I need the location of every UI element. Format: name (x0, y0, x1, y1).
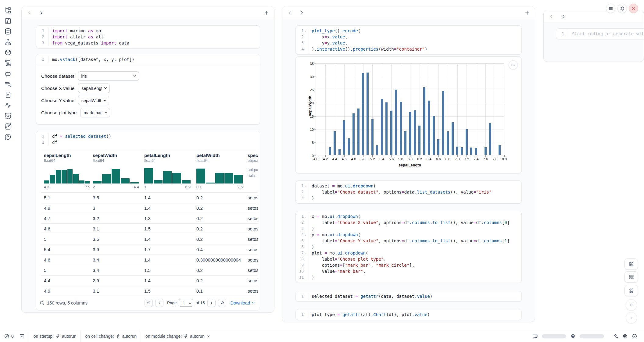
copilot-button[interactable] (622, 333, 628, 339)
table-row[interactable]: 4.73.21.30.2setosa (41, 213, 258, 223)
table-row[interactable]: 4.42.91.40.2setosa (41, 275, 258, 286)
code-line[interactable]: plot_type = getattr(alt.Chart(df), plot.… (312, 312, 521, 318)
column-header-sepalLength[interactable]: sepalLengthfloat644.37.9 (41, 153, 90, 192)
code-cell-vstack[interactable]: 1mo.vstack([dataset, x, y, plot]) Choose… (36, 54, 260, 125)
code-line[interactable]: label="Choose dataset", options=data.lis… (312, 189, 521, 195)
empty-code-cell[interactable]: 1 Start coding or generate with AI (556, 28, 644, 39)
code-line[interactable]: y = mo.ui.dropdown( (312, 232, 521, 238)
package-icon[interactable] (4, 49, 12, 56)
chevron-right-icon[interactable] (39, 10, 44, 16)
code-line[interactable]: plot_type().encode( (312, 28, 521, 34)
code-cell-plot-type[interactable]: 1plot_type = getattr(alt.Chart(df), plot… (295, 309, 522, 320)
chevron-left-icon[interactable] (287, 10, 292, 16)
code-line[interactable]: value="mark_bar", (312, 268, 521, 274)
dropdown-select[interactable]: sepalWidth (78, 96, 109, 105)
settings-button[interactable] (617, 4, 627, 13)
last-page-button[interactable] (218, 299, 226, 307)
tracing-activity-icon[interactable] (4, 102, 12, 109)
code-line[interactable]: ).interactive().properties(width="contai… (312, 46, 521, 52)
code-line[interactable]: import altair as alt (52, 34, 260, 40)
column-header-petalWidth[interactable]: petalWidthfloat640.12.5 (193, 153, 245, 192)
documentation-icon[interactable] (4, 91, 12, 98)
database-icon[interactable] (4, 28, 12, 35)
code-line[interactable]: x = mo.ui.dropdown( (312, 213, 521, 219)
code-line[interactable]: label="Choose Y value", options=df.colum… (312, 238, 521, 244)
dropdown-choose-plot-type[interactable]: mark_bar (80, 108, 110, 117)
code-line[interactable]: label="Choose plot type", (312, 256, 521, 262)
dropdown-select[interactable]: iris (78, 71, 139, 81)
table-row[interactable]: 4.63.11.50.2setosa (41, 223, 258, 234)
code-line[interactable]: df (52, 139, 260, 145)
table-row[interactable]: 4.93.11.50.1setosa (41, 286, 258, 296)
snippets-code-icon[interactable] (4, 112, 12, 119)
code-line[interactable]: ) (312, 274, 521, 280)
column-header-species[interactable]: speciesobjectuniquenulls: (245, 153, 258, 192)
code-line[interactable]: label="Choose X value", options=df.colum… (312, 219, 521, 226)
page-number-select[interactable]: 1 (179, 299, 193, 307)
code-cell-imports[interactable]: 123import marimo as moimport altair as a… (36, 25, 260, 48)
function-square-icon[interactable] (4, 17, 12, 25)
code-cell-xy-dropdowns[interactable]: 1⌄234⌄567⌄891011x = mo.ui.dropdown( labe… (295, 211, 522, 283)
autorun-setting-3[interactable]: on module change:autorun (141, 334, 215, 339)
file-tree-icon[interactable] (4, 7, 12, 14)
dropdown-choose-x-value[interactable]: sepalLength (78, 84, 110, 93)
column-header-petalLength[interactable]: petalLengthfloat6416.9 (141, 153, 193, 192)
code-line[interactable]: x=x.value, (312, 34, 521, 40)
table-row[interactable]: 4.931.40.2setosa (41, 203, 258, 213)
table-row[interactable]: 5.43.91.70.4setosa (41, 244, 258, 255)
chevron-right-icon[interactable] (299, 10, 305, 16)
code-line[interactable]: ) (312, 244, 521, 250)
code-cell-plot[interactable]: 1⌄234plot_type().encode( x=x.value, y=y.… (295, 25, 522, 55)
first-page-button[interactable] (145, 299, 153, 307)
dropdown-choose-y-value[interactable]: sepalWidth (78, 96, 109, 105)
table-row[interactable]: 5.13.51.40.2setosa (41, 192, 258, 203)
app-layout-button[interactable] (624, 271, 638, 283)
code-line[interactable]: y=y.value, (312, 40, 521, 46)
next-page-button[interactable] (207, 299, 216, 307)
generate-with-ai-link[interactable]: generate (613, 31, 634, 36)
ai-assist-button[interactable] (613, 333, 618, 339)
save-button[interactable] (624, 258, 638, 270)
logs-scroll-icon[interactable] (4, 59, 12, 67)
code-cell-selected-dataset[interactable]: 1selected_dataset = getattr(data, datase… (295, 291, 522, 302)
code-line[interactable]: mo.vstack([dataset, x, y, plot]) (52, 56, 260, 62)
dependency-graph-icon[interactable] (4, 38, 12, 46)
code-line[interactable]: import marimo as mo (52, 28, 260, 34)
dropdown-select[interactable]: sepalLength (78, 84, 110, 93)
page-select[interactable]: 1 (179, 299, 193, 307)
code-cell-dataset-dropdown[interactable]: 1⌄23dataset = mo.ui.dropdown( label="Cho… (295, 180, 522, 204)
code-line[interactable]: plot = mo.ui.dropdown( (312, 250, 521, 256)
chart-actions-menu[interactable]: ••• (509, 60, 518, 69)
search-icon[interactable] (39, 300, 45, 305)
dropdown-choose-dataset[interactable]: iris (78, 71, 139, 81)
command-palette-button[interactable] (624, 285, 638, 296)
code-line[interactable]: ) (312, 226, 521, 232)
prev-page-button[interactable] (155, 299, 163, 307)
chevron-left-icon[interactable] (27, 10, 32, 16)
code-line[interactable]: ) (312, 195, 521, 201)
scratchpad-search-icon[interactable] (4, 80, 12, 88)
code-line[interactable]: from vega_datasets import data (52, 40, 260, 46)
code-line[interactable]: options=["mark_bar", "mark_circle"], (312, 262, 521, 268)
terminal-button[interactable] (19, 333, 25, 339)
column-header-sepalWidth[interactable]: sepalWidthfloat6424.4 (90, 153, 141, 192)
table-row[interactable]: 53.41.50.2setosa (41, 265, 258, 275)
errors-button[interactable] (4, 333, 9, 339)
code-line[interactable]: df = selected_dataset() (52, 133, 260, 139)
notebook-menu-button[interactable] (606, 4, 615, 13)
shutdown-button[interactable] (629, 4, 638, 13)
connection-status-button[interactable] (632, 333, 637, 339)
table-row[interactable]: 4.63.41.40.3000000000000004setosa (41, 255, 258, 265)
chevron-right-icon[interactable] (561, 14, 566, 19)
table-row[interactable]: 53.61.40.2setosa (41, 234, 258, 244)
download-button[interactable]: Download (231, 301, 256, 305)
code-cell-df[interactable]: 12df = selected_dataset()df sepalLengthf… (36, 131, 260, 310)
code-line[interactable]: selected_dataset = getattr(data, dataset… (312, 293, 521, 299)
run-all-button[interactable] (626, 312, 637, 323)
autorun-setting-1[interactable]: on startup:autorun (29, 334, 81, 339)
chat-bot-icon[interactable] (4, 70, 12, 77)
autorun-setting-2[interactable]: on cell change:autorun (81, 334, 141, 339)
chevron-left-icon[interactable] (549, 14, 554, 19)
help-question-icon[interactable] (4, 133, 12, 141)
add-cell-plus-icon[interactable] (264, 10, 269, 16)
